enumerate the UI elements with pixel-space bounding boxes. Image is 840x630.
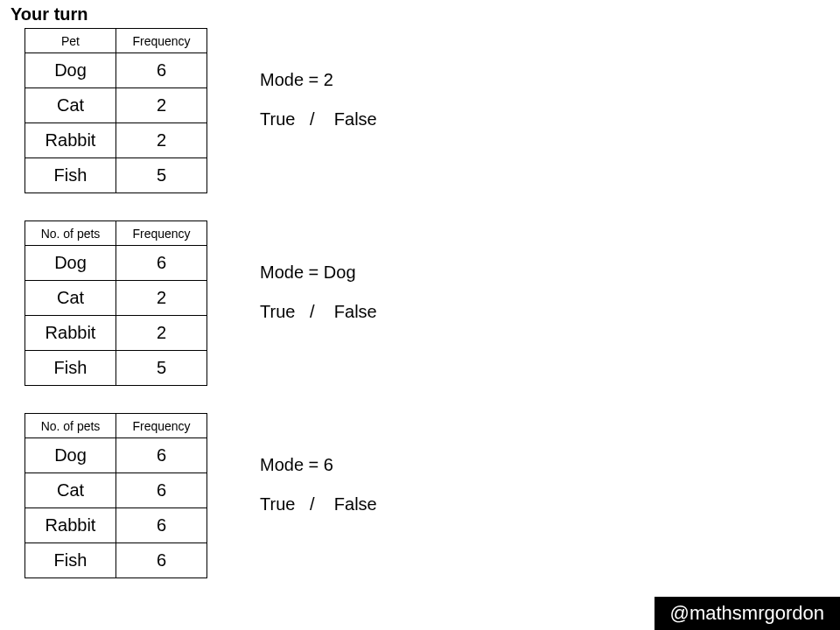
table-cell: Fish (25, 543, 116, 578)
table-header-row: No. of pets Frequency (25, 221, 207, 246)
mode-statement: Mode = Dog (260, 262, 377, 283)
table-cell: Rabbit (25, 316, 116, 351)
question-side-3: Mode = 6 True / False (260, 413, 377, 514)
table-row: Dog6 (25, 438, 207, 473)
table-row: Fish6 (25, 543, 207, 578)
table-row: Rabbit6 (25, 508, 207, 543)
table-cell: 2 (116, 281, 207, 316)
table-header: Pet (25, 29, 116, 53)
table-cell: 6 (116, 438, 207, 473)
table-cell: 2 (116, 123, 207, 158)
table-row: Fish5 (25, 158, 207, 193)
table-cell: 6 (116, 53, 207, 88)
table-row: Dog6 (25, 246, 207, 281)
table-header: Frequency (116, 221, 207, 246)
mode-statement: Mode = 6 (260, 455, 377, 475)
table-cell: 2 (116, 88, 207, 123)
table-row: Cat2 (25, 281, 207, 316)
table-cell: 5 (116, 158, 207, 193)
table-cell: 6 (116, 508, 207, 543)
table-cell: Dog (25, 438, 116, 473)
table-row: Dog6 (25, 53, 207, 88)
table-header-row: Pet Frequency (25, 29, 207, 53)
page-title: Your turn (10, 4, 88, 24)
table-cell: Rabbit (25, 123, 116, 158)
table-cell: 2 (116, 316, 207, 351)
table-cell: Rabbit (25, 508, 116, 543)
table-cell: Dog (25, 246, 116, 281)
true-false-prompt: True / False (260, 494, 377, 514)
table-header-row: No. of pets Frequency (25, 414, 207, 438)
table-header: No. of pets (25, 221, 116, 246)
table-header: No. of pets (25, 414, 116, 438)
table-row: Rabbit2 (25, 316, 207, 351)
question-block-3: No. of pets Frequency Dog6 Cat6 Rabbit6 … (24, 413, 377, 578)
table-cell: 6 (116, 246, 207, 281)
table-cell: Dog (25, 53, 116, 88)
table-cell: 6 (116, 543, 207, 578)
table-cell: 5 (116, 351, 207, 386)
table-cell: Fish (25, 158, 116, 193)
table-cell: Cat (25, 88, 116, 123)
table-cell: Cat (25, 281, 116, 316)
frequency-table-2: No. of pets Frequency Dog6 Cat2 Rabbit2 … (24, 220, 207, 386)
question-side-1: Mode = 2 True / False (260, 28, 377, 130)
table-row: Cat2 (25, 88, 207, 123)
table-header: Frequency (116, 29, 207, 53)
frequency-table-1: Pet Frequency Dog6 Cat2 Rabbit2 Fish5 (24, 28, 207, 193)
table-cell: Cat (25, 473, 116, 508)
question-side-2: Mode = Dog True / False (260, 220, 377, 322)
table-row: Fish5 (25, 351, 207, 386)
mode-statement: Mode = 2 (260, 70, 377, 90)
question-block-1: Pet Frequency Dog6 Cat2 Rabbit2 Fish5 Mo… (24, 28, 377, 193)
true-false-prompt: True / False (260, 109, 377, 130)
true-false-prompt: True / False (260, 302, 377, 322)
table-cell: Fish (25, 351, 116, 386)
table-header: Frequency (116, 414, 207, 438)
table-row: Rabbit2 (25, 123, 207, 158)
table-row: Cat6 (25, 473, 207, 508)
question-block-2: No. of pets Frequency Dog6 Cat2 Rabbit2 … (24, 220, 377, 386)
frequency-table-3: No. of pets Frequency Dog6 Cat6 Rabbit6 … (24, 413, 207, 578)
table-cell: 6 (116, 473, 207, 508)
author-handle: @mathsmrgordon (654, 597, 840, 630)
